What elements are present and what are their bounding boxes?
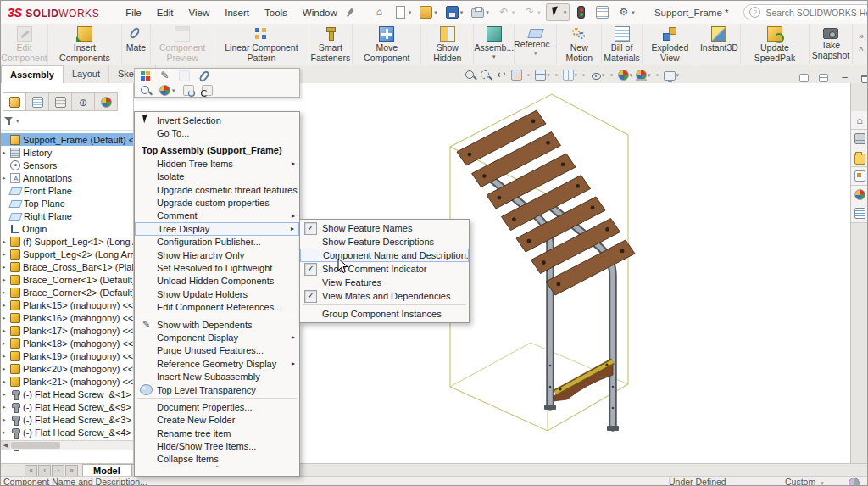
panel-tab-dimxpertmanager-icon[interactable]: ⊕: [72, 92, 95, 111]
menu-view[interactable]: View: [181, 2, 218, 24]
menu-item-edit-component-references[interactable]: Edit Component References...: [135, 300, 299, 313]
menu-item-configuration-publisher[interactable]: Configuration Publisher...: [135, 236, 299, 249]
scrollbar-thumb[interactable]: [11, 442, 60, 449]
minimize-icon-button[interactable]: –: [834, 70, 855, 86]
dropdown-icon[interactable]: ▾: [547, 72, 550, 79]
menu-item-show-feature-descriptions[interactable]: Show Feature Descriptions: [300, 235, 469, 249]
menu-item-document-properties[interactable]: Document Properties...: [135, 400, 299, 413]
scroll-left-icon[interactable]: ◀: [1, 441, 10, 450]
menu-edit[interactable]: Edit: [149, 2, 181, 24]
previous-view-icon-button[interactable]: ↩: [495, 69, 508, 81]
redo-icon-button[interactable]: ↷▾: [520, 3, 544, 21]
tree-item[interactable]: ▸Support_Leg<2> (Long Arm): [1, 248, 133, 260]
ribbon-bill-of-materials-button[interactable]: Bill of Materials: [602, 24, 643, 64]
hide-show-items-icon-button[interactable]: ▾: [590, 70, 605, 81]
dropdown-icon[interactable]: ▾: [648, 72, 651, 79]
dropdown-icon[interactable]: ▾: [260, 64, 264, 65]
expand-icon[interactable]: ▸: [3, 277, 10, 283]
tab-layout[interactable]: Layout: [64, 65, 109, 83]
expand-icon[interactable]: ▸: [3, 315, 10, 321]
expand-icon[interactable]: ▸: [3, 327, 10, 334]
save-icon-button[interactable]: ▾: [442, 3, 467, 21]
expand-icon[interactable]: ▸: [3, 264, 10, 271]
filter-dropdown-icon[interactable]: ▾: [16, 118, 19, 125]
dropdown-icon[interactable]: ▾: [460, 9, 464, 16]
tree-item[interactable]: ▸Plank<19> (mahogony) <<ma: [1, 349, 133, 362]
ribbon-move-component-button[interactable]: Move Component▾: [353, 24, 421, 64]
menu-item-group-component-instances[interactable]: Group Component Instances: [300, 307, 469, 321]
view-orientation-icon-button[interactable]: ▾: [535, 70, 550, 81]
task-pane-tab-home-icon[interactable]: ⌂: [851, 111, 868, 130]
edit-appearance-icon-button[interactable]: ▾: [618, 70, 633, 81]
make-virtual-icon-button[interactable]: [202, 85, 213, 96]
dropdown-icon[interactable]: ▾: [534, 51, 537, 56]
menu-item-tree-display[interactable]: Tree Display▸: [135, 222, 299, 235]
menu-tools[interactable]: Tools: [257, 2, 295, 24]
menu-item-upgrade-custom-properties[interactable]: Upgrade custom properties: [135, 196, 299, 209]
menu-item-hidden-tree-items[interactable]: Hidden Tree Items▸: [135, 157, 299, 170]
tree-item[interactable]: ▸Plank<20> (mahogony) <<ma: [1, 362, 133, 375]
ribbon-assemb--button[interactable]: Assemb...▾: [474, 24, 515, 64]
ribbon-exploded-view-button[interactable]: Exploded View▾: [643, 24, 698, 64]
ribbon-linear-component-pattern-button[interactable]: Linear Component Pattern▾: [214, 24, 309, 64]
menu-item-set-resolved-to-lightweight[interactable]: Set Resolved to Lightweight: [135, 261, 299, 274]
task-pane-tab-view-palette-icon[interactable]: [851, 167, 868, 186]
dropdown-icon[interactable]: ▾: [172, 87, 175, 94]
task-pane-tab-file-explorer-icon[interactable]: [851, 148, 868, 167]
expand-icon[interactable]: ▸: [3, 251, 10, 258]
menu-item-show-with-dependents[interactable]: ✎Show with Dependents: [135, 318, 299, 331]
expand-icon[interactable]: ▸: [3, 340, 10, 347]
menu-item-view-features[interactable]: View Features: [300, 276, 469, 289]
tree-item[interactable]: ▸(f) Support_Leg<1> (Long Arm: [1, 235, 133, 248]
menu-item-hide-show-tree-items[interactable]: Hide/Show Tree Items...: [135, 439, 299, 452]
help-search-box[interactable]: ? ▾: [743, 4, 868, 20]
dropdown-icon[interactable]: ▾: [83, 64, 86, 65]
ribbon-update-speedpak-subassemblies-button[interactable]: Update SpeedPak Subassemblies: [741, 24, 810, 64]
restore-icon-button[interactable]: [857, 71, 868, 85]
apply-scene-icon-button[interactable]: ▾: [636, 70, 651, 81]
rebuild-icon-button[interactable]: [571, 3, 591, 21]
print-icon-button[interactable]: ▾: [468, 4, 492, 20]
menu-item-invert-selection[interactable]: Invert Selection: [135, 114, 299, 126]
menu-item-collapse-items[interactable]: Collapse Items: [135, 453, 299, 466]
tree-item[interactable]: ▸Brace_Corner<1> (Default) <: [1, 273, 133, 286]
panel-tab-configurationmanager-icon[interactable]: [49, 92, 72, 111]
tree-item[interactable]: ▸(-) Flat Head Screw_&<9> (1): [1, 400, 133, 413]
menu-item-show-comment-indicator[interactable]: ✓Show Comment Indicator: [300, 262, 469, 276]
tree-item[interactable]: ▸(-) Flat Head Screw_&<1> (1): [1, 388, 133, 400]
menu-item-show-feature-names[interactable]: ✓Show Feature Names: [300, 221, 469, 235]
tree-item[interactable]: Support_Frame (Default) <mahog: [1, 133, 133, 146]
new-window-icon-button[interactable]: [795, 72, 813, 84]
open-icon-button[interactable]: ▾: [416, 3, 441, 21]
tab-nav-previous-button[interactable]: ‹: [38, 465, 51, 477]
task-pane-tab-custom-properties-icon[interactable]: [851, 204, 868, 223]
menu-item-unload-hidden-components[interactable]: Unload Hidden Components: [135, 275, 299, 288]
expand-icon[interactable]: ▸: [3, 289, 10, 296]
menu-item-view-mates-and-dependencies[interactable]: ✓View Mates and Dependencies: [300, 289, 469, 303]
mate-icon-button[interactable]: [198, 70, 210, 82]
expand-icon[interactable]: ▸: [3, 391, 10, 398]
expand-icon[interactable]: ▸: [3, 429, 10, 436]
tree-filter-row[interactable]: ▾: [1, 113, 133, 131]
dropdown-icon[interactable]: ▾: [602, 72, 605, 79]
ribbon-new-motion-study-button[interactable]: New Motion Study: [557, 24, 602, 64]
display-style-icon-button[interactable]: ▾: [563, 70, 578, 81]
tree-item[interactable]: ▸Plank<18> (mahogony) <<ma: [1, 337, 133, 349]
menu-insert[interactable]: Insert: [217, 2, 257, 24]
tree-item[interactable]: ▸Plank<16> (mahogony) <<ma: [1, 311, 133, 324]
dropdown-icon[interactable]: ▾: [492, 54, 496, 59]
menu-item-upgrade-cosmetic-thread-features[interactable]: Upgrade cosmetic thread features: [135, 183, 299, 196]
status-display-mode[interactable]: Custom▾: [785, 477, 824, 486]
home-icon-button[interactable]: ⌂: [370, 3, 389, 21]
new-document-icon-button[interactable]: ▾: [391, 3, 415, 21]
tab-nav-last-button[interactable]: »: [65, 465, 78, 477]
expand-icon[interactable]: ▸: [3, 404, 10, 411]
dropdown-icon[interactable]: ▾: [676, 72, 680, 79]
expand-icon[interactable]: ▸: [3, 366, 10, 372]
task-pane-tab-design-library-icon[interactable]: [851, 130, 868, 148]
tree-item[interactable]: ▸(-) Flat Head Screw_&<3> (1): [1, 413, 133, 426]
edit-assembly-icon-button[interactable]: [140, 70, 151, 81]
menu-item-isolate[interactable]: Isolate: [135, 170, 299, 183]
search-input[interactable]: [764, 7, 868, 19]
zoom-to-area-icon-button[interactable]: [480, 70, 492, 81]
